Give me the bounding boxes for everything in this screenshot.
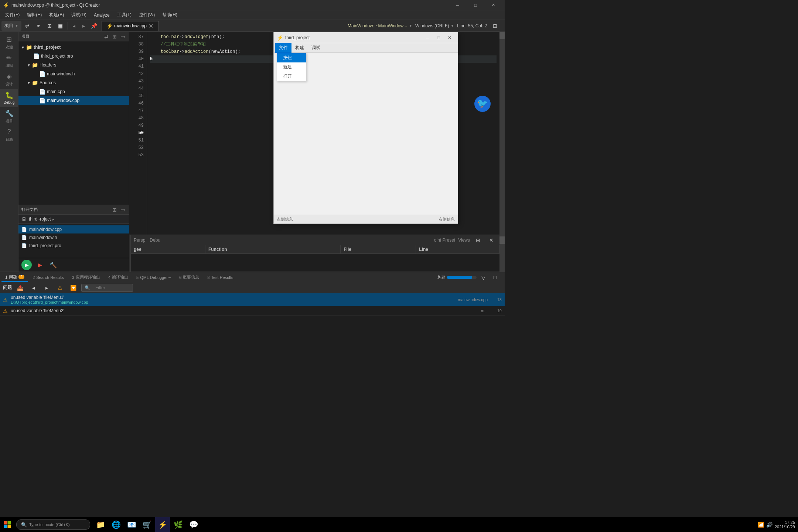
issues-filter-btn[interactable]: 🔽 (68, 283, 78, 293)
open-docs-collapse-btn[interactable]: ▭ (119, 207, 126, 213)
issues-next-btn[interactable]: ▸ (41, 283, 52, 293)
debug-tab-persp[interactable]: Persp (134, 238, 145, 243)
sidebar-item-project[interactable]: 🔧 项目 (0, 107, 18, 126)
menu-build[interactable]: 构建(B) (45, 10, 68, 20)
bottom-tab-search[interactable]: 2 Search Results (29, 273, 68, 282)
menu-debug[interactable]: 调试(D) (68, 10, 90, 20)
dialog-close-btn[interactable]: ✕ (444, 33, 455, 42)
debug-panel-close-btn[interactable]: ✕ (486, 235, 497, 245)
issue-row-1[interactable]: ⚠ unused variable 'flieMenu1' D:\QTproje… (0, 293, 505, 306)
sidebar-item-debug[interactable]: 🐛 Debug (0, 89, 18, 107)
tree-item-pro[interactable]: 📄 third_project.pro (18, 52, 129, 61)
run-button[interactable]: ▶ (21, 260, 32, 270)
debug-tab-debu[interactable]: Debu (150, 238, 160, 243)
bottom-tab-app-output[interactable]: 3 应用程序输出 (68, 273, 104, 282)
toolbar-add-btn[interactable]: ⊞ (44, 21, 55, 31)
debug-tab-right: oint Preset Views ⊞ ✕ (434, 235, 497, 245)
tree-item-main-cpp[interactable]: 📄 main.cpp (18, 87, 129, 96)
tree-item-mainwindow-h[interactable]: 📄 mainwindow.h (18, 69, 129, 78)
dialog-dropdown-btn[interactable]: 按钮 (277, 53, 306, 62)
dialog-dropdown-open[interactable]: 打开 (277, 72, 306, 81)
open-doc-mainwindow-cpp[interactable]: 📄 mainwindow.cpp (18, 225, 129, 233)
collapse-tree-btn[interactable]: ▭ (119, 33, 126, 40)
doc-label-2: mainwindow.h (29, 235, 57, 240)
issue-2-line: 19 (491, 308, 502, 313)
tab-next-btn[interactable]: ▸ (79, 21, 88, 31)
sidebar-item-design[interactable]: ◈ 设计 (0, 70, 18, 89)
open-doc-third-pro[interactable]: 📄 third_project.pro (18, 242, 129, 250)
open-docs-add-btn[interactable]: ⊞ (111, 207, 118, 213)
encoding-dropdown[interactable]: Windows (CRLF) ▼ (415, 23, 454, 28)
tree-item-sources[interactable]: ▼ 📁 Sources (18, 78, 129, 87)
tree-item-headers[interactable]: ▼ 📁 Headers (18, 61, 129, 69)
maximize-button[interactable]: □ (467, 0, 484, 10)
menu-edit[interactable]: 编辑(E) (23, 10, 45, 20)
debug-session-icon: 🖥 (21, 216, 27, 222)
bottom-tab-test[interactable]: 8 Test Results (204, 273, 237, 282)
tab-close-btn[interactable]: ✕ (148, 23, 154, 29)
debug-session-row[interactable]: 🖥 third~roject ▸ (18, 215, 129, 224)
bottom-tab-issues[interactable]: 1 问题 2 (1, 273, 28, 282)
dialog-dropdown-new[interactable]: 新建 (277, 62, 306, 72)
debug-scroll-thumb[interactable] (499, 236, 505, 244)
menu-controls[interactable]: 控件(W) (135, 10, 158, 20)
dialog-menu-debug[interactable]: 调试 (308, 43, 324, 53)
panel-collapse-btn[interactable]: ▽ (478, 273, 488, 282)
menu-analyze[interactable]: Analyze (90, 10, 113, 20)
add-tree-btn[interactable]: ⊞ (111, 33, 118, 40)
open-doc-mainwindow-h[interactable]: 📄 mainwindow.h (18, 233, 129, 242)
tree-item-mainwindow-cpp[interactable]: 📄 mainwindow.cpp (18, 96, 129, 105)
scrollbar-thumb[interactable] (499, 32, 505, 39)
dialog-menu-build[interactable]: 构建 (291, 43, 308, 53)
build-label: 构建 (437, 274, 446, 280)
app-icon: ⚡ (3, 2, 9, 8)
menu-tools[interactable]: 工具(T) (113, 10, 135, 20)
toolbar-pin-btn[interactable]: 📌 (89, 21, 99, 31)
tab-prev-btn[interactable]: ◂ (70, 21, 79, 31)
issue-row-2[interactable]: ⚠ unused variable 'flieMenu2' m... 19 (0, 306, 505, 316)
debug-continue-button[interactable]: ▶ (35, 260, 45, 270)
project-selector[interactable]: 项目 ▼ (1, 21, 21, 31)
issues-tab-num: 1 (5, 275, 7, 279)
tree-item-project[interactable]: ▼ 📁 third_project (18, 43, 129, 52)
dialog-maximize-btn[interactable]: □ (433, 33, 444, 42)
app-output-num: 3 (72, 275, 74, 280)
toolbar-float-btn[interactable]: ▣ (55, 21, 66, 31)
line-numbers: 37 38 39 40 41 42 43 44 45 46 47 48 49 5… (129, 32, 147, 235)
window-controls: ─ □ ✕ (449, 0, 502, 10)
dialog-menu-file[interactable]: 文件 (275, 43, 291, 53)
close-button[interactable]: ✕ (485, 0, 502, 10)
bottom-tab-compile[interactable]: 4 编译输出 (105, 273, 132, 282)
minimize-button[interactable]: ─ (449, 0, 466, 10)
issues-warning-btn[interactable]: ⚠ (55, 283, 65, 293)
issues-prev-btn[interactable]: ◂ (28, 283, 38, 293)
dialog-status-left: 左侧信息 (277, 216, 293, 222)
menu-help[interactable]: 帮助(H) (158, 10, 181, 20)
function-dropdown[interactable]: MainWindow::~MainWindow··· ▼ (348, 23, 412, 28)
sidebar-item-welcome[interactable]: ⊞ 欢迎 (0, 33, 18, 52)
issue-1-path: D:\QTproject\third_project\mainwindow.cp… (11, 300, 455, 304)
toolbar-sync-btn[interactable]: ⇄ (22, 21, 33, 31)
main-tab[interactable]: ⚡ mainwindow.cpp ✕ (102, 21, 159, 31)
menu-file[interactable]: 文件(F) (1, 10, 23, 20)
split-editor-btn[interactable]: ⊞ (490, 21, 500, 31)
issues-filter-container[interactable]: 🔍 (81, 284, 133, 292)
views-button[interactable]: Views (458, 238, 470, 243)
toolbar-link-btn[interactable]: ⚭ (33, 21, 44, 31)
editor-scrollbar[interactable] (499, 32, 505, 235)
sidebar-item-edit[interactable]: ✏ 编辑 (0, 52, 18, 70)
debug-scrollbar[interactable] (499, 235, 505, 272)
issues-filter-input[interactable] (92, 284, 130, 292)
menu-bar: 文件(F) 编辑(E) 构建(B) 调试(D) Analyze 工具(T) 控件… (0, 10, 505, 20)
sync-tree-btn[interactable]: ⇄ (103, 33, 110, 40)
open-docs-buttons: ⊞ ▭ (111, 207, 126, 213)
debug-panel-expand-btn[interactable]: ⊞ (473, 235, 483, 245)
bottom-tab-qml[interactable]: 5 QML Debugger··· (133, 273, 175, 282)
panel-maximize-btn[interactable]: □ (490, 273, 500, 282)
sidebar-item-help[interactable]: ? 帮助 (0, 126, 18, 144)
h-file-icon: 📄 (39, 71, 45, 77)
bottom-tab-overview[interactable]: 6 概要信息 (175, 273, 203, 282)
issues-export-btn[interactable]: 📤 (15, 283, 25, 293)
dialog-minimize-btn[interactable]: ─ (422, 33, 433, 42)
build-button[interactable]: 🔨 (48, 260, 58, 270)
